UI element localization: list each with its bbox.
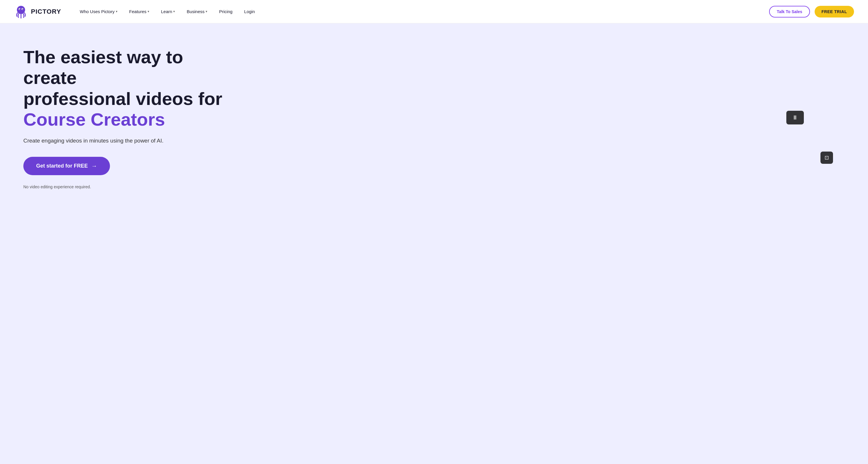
free-trial-button[interactable]: FREE TRIAL xyxy=(815,6,854,18)
svg-point-0 xyxy=(17,6,25,14)
nav-item-login[interactable]: Login xyxy=(240,7,259,16)
nav-item-pricing[interactable]: Pricing xyxy=(214,7,237,16)
no-experience-text: No video editing experience required. xyxy=(23,185,227,189)
nav-item-who-uses[interactable]: Who Uses Pictory ▾ xyxy=(75,7,122,16)
nav-item-learn[interactable]: Learn ▾ xyxy=(156,7,180,16)
chevron-down-icon: ▾ xyxy=(173,10,175,13)
pause-button[interactable]: ⏸ xyxy=(786,111,804,125)
arrow-icon: → xyxy=(91,163,97,169)
hero-section: The easiest way to create professional v… xyxy=(0,23,868,464)
talk-to-sales-button[interactable]: Talk To Sales xyxy=(769,6,810,18)
nav-right: Talk To Sales FREE TRIAL xyxy=(769,6,854,18)
svg-point-4 xyxy=(23,9,23,10)
nav-item-business[interactable]: Business ▾ xyxy=(182,7,212,16)
navbar: PICTORY Who Uses Pictory ▾ Features ▾ Le… xyxy=(0,0,868,23)
pause-icon: ⏸ xyxy=(792,114,798,121)
subtitle-icon: ⊡ xyxy=(825,155,829,161)
hero-subtitle: Create engaging videos in minutes using … xyxy=(23,137,227,145)
chevron-down-icon: ▾ xyxy=(116,10,118,13)
logo-text: PICTORY xyxy=(31,8,61,15)
hero-title: The easiest way to create professional v… xyxy=(23,46,227,130)
logo[interactable]: PICTORY xyxy=(14,5,61,19)
chevron-down-icon: ▾ xyxy=(206,10,207,13)
svg-point-3 xyxy=(20,9,21,10)
nav-links: Who Uses Pictory ▾ Features ▾ Learn ▾ Bu… xyxy=(75,7,769,16)
hero-title-highlight: Course Creators xyxy=(23,109,165,129)
hero-content: The easiest way to create professional v… xyxy=(23,46,227,189)
subtitle-button[interactable]: ⊡ xyxy=(820,152,833,164)
cta-label: Get started for FREE xyxy=(36,163,88,169)
chevron-down-icon: ▾ xyxy=(148,10,149,13)
logo-icon xyxy=(14,5,28,19)
get-started-button[interactable]: Get started for FREE → xyxy=(23,157,110,175)
nav-item-features[interactable]: Features ▾ xyxy=(125,7,154,16)
